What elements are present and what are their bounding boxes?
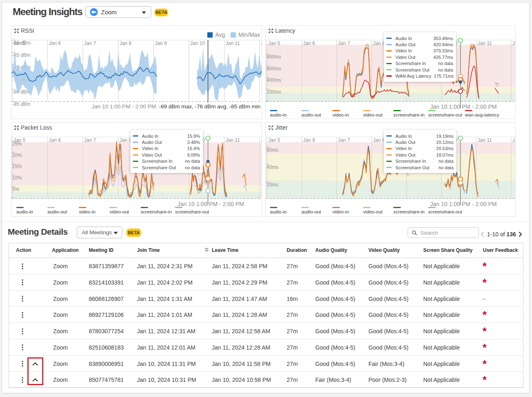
svg-text:Jan 10: Jan 10: [190, 40, 205, 46]
svg-text:Jan 8: Jan 8: [119, 137, 132, 143]
svg-text:25%: 25%: [12, 141, 22, 147]
svg-text:15%: 15%: [12, 164, 22, 169]
svg-text:5%: 5%: [12, 186, 20, 192]
svg-text:Jan 11: Jan 11: [478, 137, 492, 143]
svg-text:-85 dBm: -85 dBm: [12, 101, 31, 107]
svg-text:Ja: Ja: [512, 40, 515, 46]
svg-text:Jan 7: Jan 7: [84, 40, 97, 46]
svg-text:Jan 7: Jan 7: [338, 40, 350, 46]
svg-text:800ms: 800ms: [267, 54, 281, 60]
svg-text:20ms: 20ms: [267, 182, 278, 188]
svg-text:Ja: Ja: [512, 137, 515, 143]
svg-text:Jan 7: Jan 7: [84, 137, 97, 143]
svg-text:200ms: 200ms: [267, 89, 281, 95]
svg-text:60ms: 60ms: [267, 147, 278, 153]
svg-text:J: J: [261, 40, 262, 46]
svg-text:Jan 11: Jan 11: [478, 40, 492, 46]
svg-text:Jan 6: Jan 6: [303, 40, 315, 46]
svg-text:Jan 11: Jan 11: [226, 137, 240, 143]
svg-text:Jan 6: Jan 6: [49, 40, 61, 46]
svg-text:400ms: 400ms: [267, 77, 281, 83]
svg-text:Jan 8: Jan 8: [373, 40, 385, 46]
svg-text:10%: 10%: [12, 175, 22, 181]
svg-text:Jan 11: Jan 11: [226, 40, 240, 46]
svg-text:600ms: 600ms: [267, 66, 281, 72]
svg-text:20%: 20%: [12, 153, 22, 158]
svg-text:Jan 7: Jan 7: [338, 137, 350, 143]
svg-text:Jan 9: Jan 9: [155, 40, 167, 46]
svg-text:-60 dBm: -60 dBm: [12, 40, 31, 46]
svg-text:Jan 6: Jan 6: [49, 137, 61, 143]
svg-text:40ms: 40ms: [267, 164, 278, 170]
svg-text:Jan 5: Jan 5: [268, 40, 281, 46]
svg-text:Jan 8: Jan 8: [373, 137, 385, 143]
svg-text:Jan 6: Jan 6: [303, 137, 315, 143]
svg-text:Ja: Ja: [261, 137, 262, 143]
svg-text:Jan 8: Jan 8: [119, 40, 132, 46]
svg-text:Jan 5: Jan 5: [268, 137, 281, 143]
